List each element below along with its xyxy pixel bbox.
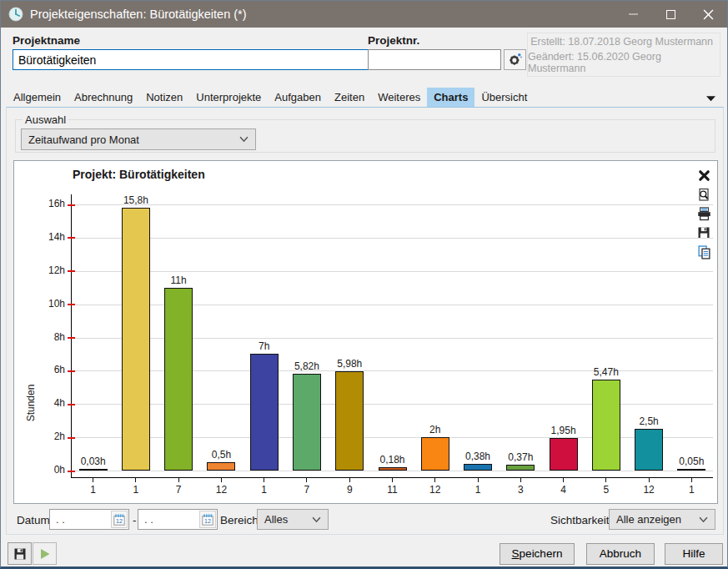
chart-title: Projekt: Bürotätigkeiten bbox=[73, 168, 205, 181]
close-icon bbox=[703, 9, 714, 20]
tab-abrechnung[interactable]: Abrechnung bbox=[68, 88, 139, 107]
bar-month-9-6 bbox=[335, 371, 364, 471]
bar-value-label: 0,03h bbox=[70, 456, 117, 467]
close-icon bbox=[698, 169, 710, 182]
tab-unterprojekte[interactable]: Unterprojekte bbox=[189, 88, 268, 107]
x-axis-label: 7 bbox=[290, 484, 324, 496]
bar-value-label: 15,8h bbox=[113, 194, 159, 206]
tab-bar: AllgemeinAbrechnungNotizenUnterprojekteA… bbox=[7, 88, 534, 107]
tab-charts[interactable]: Charts bbox=[427, 88, 474, 107]
projektnr-input[interactable] bbox=[368, 49, 501, 70]
chart-panel: Projekt: Bürotätigkeiten bbox=[13, 160, 718, 504]
x-axis-label: 12 bbox=[419, 484, 452, 496]
y-axis-tick bbox=[68, 437, 75, 439]
tab-notizen[interactable]: Notizen bbox=[139, 88, 189, 107]
x-axis-tick bbox=[135, 478, 136, 482]
y-axis-tick bbox=[68, 204, 75, 206]
y-axis-label: 2h bbox=[32, 431, 65, 442]
window-title: Projekteigenschaften: Bürotätigkeiten (*… bbox=[30, 8, 247, 21]
y-axis-label: 8h bbox=[32, 331, 65, 343]
x-axis-label: 1 bbox=[248, 484, 281, 496]
date-from-placeholder: . . bbox=[56, 513, 65, 526]
app-clock-icon bbox=[8, 7, 23, 22]
date-from-input[interactable]: . . 12 bbox=[49, 509, 129, 530]
bar-value-label: 11h bbox=[155, 274, 202, 286]
y-axis-tick bbox=[68, 270, 75, 272]
calendar-icon: 12 bbox=[202, 514, 213, 526]
chevron-down-icon bbox=[706, 95, 715, 102]
date-to-input[interactable]: . . 12 bbox=[138, 509, 218, 530]
chart-close-button[interactable] bbox=[696, 168, 711, 183]
bar-value-label: 0,38h bbox=[454, 451, 501, 462]
play-icon bbox=[38, 547, 52, 561]
project-properties-dialog: Projekteigenschaften: Bürotätigkeiten (*… bbox=[0, 0, 728, 569]
y-axis-label: 6h bbox=[32, 364, 65, 375]
x-axis-tick bbox=[563, 478, 564, 482]
date-to-picker-button[interactable]: 12 bbox=[199, 511, 216, 528]
bar-month-1-4 bbox=[250, 354, 279, 471]
y-axis-tick bbox=[68, 471, 75, 472]
x-axis-label: 1 bbox=[119, 484, 153, 496]
chevron-down-icon bbox=[699, 516, 708, 523]
tab-übersicht[interactable]: Übersicht bbox=[474, 88, 534, 107]
projektnr-label: Projektnr. bbox=[368, 34, 419, 47]
auswahl-groupbox: Auswahl Zeitaufwand pro Monat bbox=[15, 113, 715, 153]
bar-month-7-2 bbox=[164, 288, 193, 471]
bar-value-label: 5,82h bbox=[284, 360, 330, 372]
y-axis-tick bbox=[68, 337, 75, 339]
tab-weiteres[interactable]: Weiteres bbox=[371, 88, 427, 107]
y-axis-label: 4h bbox=[32, 397, 65, 409]
chevron-down-icon bbox=[312, 516, 321, 523]
y-axis-tick bbox=[68, 237, 75, 239]
bar-value-label: 5,98h bbox=[326, 358, 373, 370]
y-axis-label: 10h bbox=[32, 298, 65, 310]
save-icon bbox=[13, 547, 27, 561]
gridline bbox=[72, 471, 713, 471]
projektnr-settings-button[interactable] bbox=[504, 49, 526, 70]
bar-month-7-5 bbox=[293, 374, 321, 471]
chevron-down-icon bbox=[239, 136, 249, 143]
gridline bbox=[72, 238, 713, 239]
x-axis-label: 9 bbox=[333, 484, 366, 496]
minimize-button[interactable] bbox=[615, 1, 652, 28]
y-axis-tick bbox=[68, 370, 75, 372]
hilfe-button[interactable]: Hilfe bbox=[665, 543, 723, 565]
x-axis-tick bbox=[93, 478, 93, 482]
x-axis-label: 1 bbox=[461, 484, 495, 496]
audit-info-panel: Erstellt: 18.07.2018 Georg Mustermann Ge… bbox=[527, 33, 720, 77]
tab-aufgaben[interactable]: Aufgaben bbox=[268, 88, 328, 107]
x-axis-tick bbox=[520, 478, 521, 482]
bar-value-label: 2,5h bbox=[625, 415, 672, 427]
speichern-button[interactable]: Speichern bbox=[500, 543, 575, 565]
bar-month-1-1 bbox=[122, 208, 150, 471]
quick-save-button[interactable] bbox=[8, 542, 32, 565]
maximize-button[interactable] bbox=[652, 1, 690, 28]
start-timer-button[interactable] bbox=[33, 542, 57, 565]
projektname-input[interactable] bbox=[13, 49, 369, 70]
x-axis-tick bbox=[178, 478, 179, 482]
bar-month-12-3 bbox=[207, 462, 235, 471]
bar-value-label: 1,95h bbox=[540, 425, 587, 436]
gridline bbox=[72, 271, 713, 272]
bar-month-12-13 bbox=[635, 429, 663, 471]
sichtbarkeit-select[interactable]: Alle anzeigen bbox=[609, 509, 715, 530]
x-axis-label: 5 bbox=[590, 484, 623, 496]
x-axis-label: 3 bbox=[504, 484, 537, 496]
bereich-select[interactable]: Alles bbox=[257, 509, 329, 530]
tab-allgemein[interactable]: Allgemein bbox=[7, 88, 68, 107]
bar-value-label: 0,37h bbox=[497, 451, 544, 463]
svg-text:12: 12 bbox=[204, 518, 211, 524]
abbruch-button[interactable]: Abbruch bbox=[586, 543, 655, 565]
x-axis-label: 12 bbox=[204, 484, 238, 496]
x-axis-label: 1 bbox=[675, 484, 708, 496]
date-to-placeholder: . . bbox=[144, 513, 153, 526]
y-axis-label: 14h bbox=[32, 231, 65, 243]
tab-overflow-button[interactable] bbox=[706, 92, 715, 104]
date-from-picker-button[interactable]: 12 bbox=[111, 511, 128, 528]
chart-type-select[interactable]: Zeitaufwand pro Monat bbox=[21, 128, 256, 150]
close-button[interactable] bbox=[690, 1, 727, 28]
tab-zeiten[interactable]: Zeiten bbox=[328, 88, 371, 107]
bar-value-label: 5,47h bbox=[583, 366, 630, 378]
x-axis-tick bbox=[264, 478, 264, 482]
x-axis-label: 12 bbox=[632, 484, 665, 496]
